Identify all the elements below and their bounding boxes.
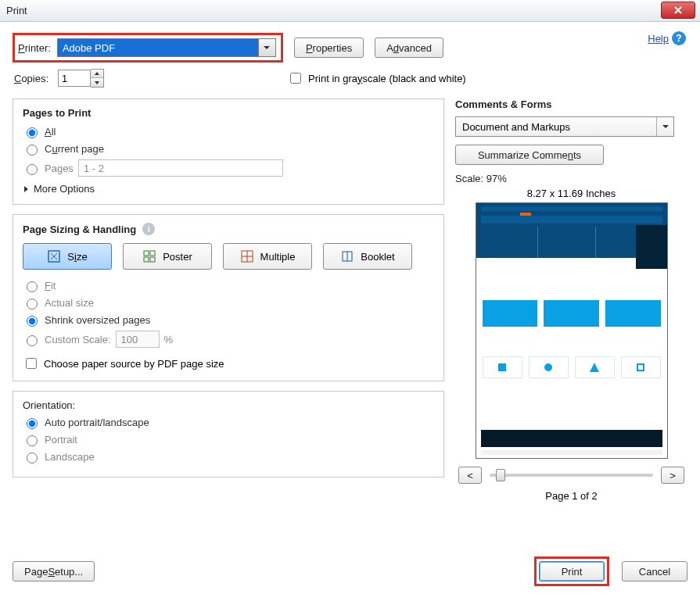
- page-setup-button[interactable]: Page Setup...: [13, 561, 95, 581]
- info-icon[interactable]: i: [142, 223, 155, 235]
- paper-source-label: Choose paper source by PDF page size: [44, 358, 224, 370]
- mode-booklet-label: Booklet: [361, 251, 394, 263]
- size-icon: [47, 249, 61, 263]
- radio-landscape-row[interactable]: Landscape: [23, 450, 434, 463]
- mode-booklet-button[interactable]: Booklet: [323, 243, 412, 270]
- radio-custom[interactable]: [27, 335, 38, 346]
- multiple-icon: [240, 249, 254, 263]
- radio-fit[interactable]: [27, 281, 38, 292]
- radio-actual-row[interactable]: Actual size: [23, 296, 434, 310]
- combo-caret: [656, 117, 673, 136]
- radio-auto-row[interactable]: Auto portrait/landscape: [23, 416, 434, 429]
- radio-shrink-row[interactable]: Shrink oversized pages: [23, 313, 434, 327]
- radio-landscape-label: Landscape: [45, 451, 95, 463]
- print-highlight: Print: [534, 556, 609, 586]
- preview-prev-button[interactable]: <: [458, 467, 482, 484]
- printer-select[interactable]: Adobe PDF: [57, 38, 276, 57]
- mode-multiple-label: Multiple: [260, 251, 296, 263]
- radio-portrait-row[interactable]: Portrait: [23, 433, 434, 446]
- radio-fit-row[interactable]: Fit: [23, 279, 434, 292]
- radio-all-row[interactable]: All: [23, 125, 434, 138]
- comments-title: Comments & Forms: [455, 98, 687, 110]
- radio-fit-label: Fit: [45, 280, 56, 292]
- radio-all[interactable]: [27, 127, 38, 138]
- preview-next-button[interactable]: >: [661, 467, 684, 484]
- window-title: Print: [6, 5, 27, 16]
- pages-to-print-title: Pages to Print: [23, 107, 434, 119]
- orientation-title: Orientation:: [23, 399, 434, 411]
- mode-multiple-button[interactable]: Multiple: [223, 243, 312, 270]
- radio-actual[interactable]: [27, 299, 38, 310]
- more-options-toggle[interactable]: More Options: [23, 183, 434, 195]
- properties-button[interactable]: Properties: [294, 38, 364, 58]
- close-button[interactable]: [661, 2, 695, 19]
- comments-selected: Document and Markups: [462, 121, 570, 133]
- radio-current[interactable]: [27, 145, 38, 156]
- mode-size-label: Size: [67, 251, 87, 263]
- grayscale-checkbox[interactable]: [290, 73, 301, 84]
- paper-source-checkbox[interactable]: [26, 358, 37, 369]
- radio-shrink[interactable]: [27, 316, 38, 327]
- grayscale-checkbox-row[interactable]: Print in grayscale (black and white): [287, 70, 466, 86]
- help-link[interactable]: Help ?: [648, 31, 686, 45]
- svg-rect-10: [498, 363, 506, 371]
- radio-current-row[interactable]: Current page: [23, 142, 434, 156]
- cancel-button[interactable]: Cancel: [622, 561, 687, 581]
- radio-portrait[interactable]: [27, 435, 38, 446]
- copies-label: Copies:: [14, 73, 48, 84]
- copies-spinner[interactable]: [58, 69, 104, 88]
- radio-pages[interactable]: [27, 164, 38, 175]
- radio-portrait-label: Portrait: [45, 434, 77, 446]
- radio-current-label: Current page: [45, 143, 104, 155]
- orientation-panel: Orientation: Auto portrait/landscape Por…: [13, 391, 444, 478]
- printer-label: Printer:: [18, 42, 51, 54]
- poster-icon: [142, 249, 156, 263]
- sizing-title: Page Sizing & Handling: [23, 224, 136, 235]
- slider-thumb[interactable]: [496, 469, 505, 481]
- help-icon: ?: [672, 31, 686, 45]
- sizing-panel: Page Sizing & Handling i Size Poster Mul…: [13, 214, 444, 381]
- radio-all-label: All: [45, 126, 56, 138]
- booklet-icon: [340, 249, 354, 263]
- radio-shrink-label: Shrink oversized pages: [45, 314, 150, 326]
- preview-dimensions: 8.27 x 11.69 Inches: [455, 188, 687, 199]
- svg-rect-12: [637, 364, 644, 370]
- pages-to-print-panel: Pages to Print All Current page Pages Mo…: [13, 98, 444, 205]
- svg-rect-1: [144, 251, 149, 256]
- paper-source-row[interactable]: Choose paper source by PDF page size: [23, 356, 434, 371]
- mode-poster-button[interactable]: Poster: [123, 243, 212, 270]
- svg-rect-3: [144, 257, 149, 262]
- preview-thumbnail: ◦ stellar: [476, 202, 668, 459]
- custom-scale-suffix: %: [164, 334, 174, 345]
- spin-down[interactable]: [91, 78, 103, 87]
- advanced-button[interactable]: Advanced: [375, 38, 443, 58]
- radio-actual-label: Actual size: [45, 297, 94, 309]
- scale-label: Scale: 97%: [455, 173, 687, 184]
- window-titlebar: Print: [0, 0, 700, 22]
- more-options-label: More Options: [34, 183, 95, 195]
- grayscale-label: Print in grayscale (black and white): [308, 73, 466, 84]
- spin-up[interactable]: [91, 70, 103, 78]
- radio-pages-row[interactable]: Pages: [23, 159, 434, 177]
- radio-auto[interactable]: [27, 418, 38, 429]
- radio-pages-label: Pages: [45, 163, 74, 174]
- mode-poster-label: Poster: [163, 251, 192, 263]
- radio-landscape[interactable]: [27, 453, 38, 463]
- custom-scale-input: [116, 331, 160, 348]
- print-button[interactable]: Print: [539, 561, 605, 581]
- mode-size-button[interactable]: Size: [23, 243, 112, 270]
- comments-combo[interactable]: Document and Markups: [455, 116, 674, 137]
- copies-input[interactable]: [58, 70, 91, 87]
- printer-selected-value: Adobe PDF: [63, 42, 115, 54]
- summarize-comments-button[interactable]: Summarize Comments: [455, 145, 604, 165]
- pages-range-input: [78, 159, 283, 177]
- preview-zoom-slider[interactable]: [490, 474, 653, 477]
- radio-custom-row[interactable]: Custom Scale: %: [23, 331, 434, 348]
- dropdown-caret: [258, 39, 275, 56]
- svg-rect-4: [150, 257, 155, 262]
- radio-custom-label: Custom Scale:: [45, 334, 111, 345]
- help-label[interactable]: Help: [648, 33, 669, 45]
- close-icon: [673, 5, 683, 15]
- svg-point-11: [544, 363, 552, 371]
- printer-highlight: Printer: Adobe PDF: [13, 33, 283, 63]
